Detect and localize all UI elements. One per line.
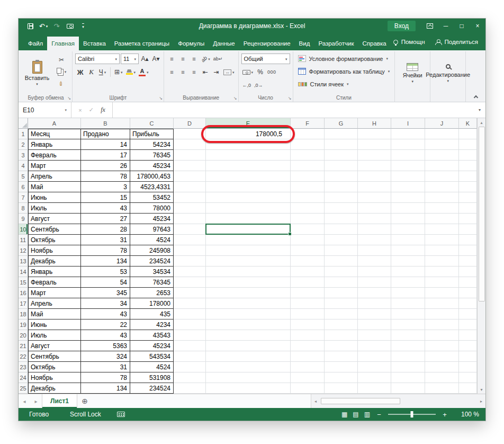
tab-review[interactable]: Рецензирование (239, 37, 295, 50)
row-header-6[interactable]: 6 (19, 182, 28, 192)
cell-D7[interactable] (174, 192, 206, 203)
row-header-17[interactable]: 17 (19, 298, 28, 309)
cell-H18[interactable] (358, 309, 391, 319)
cell-I6[interactable] (391, 182, 425, 192)
cell-J25[interactable] (425, 383, 459, 394)
cell-G21[interactable] (325, 341, 358, 351)
decrease-font-size-button[interactable]: А▾ (151, 54, 161, 64)
insert-function-button[interactable]: fx (101, 106, 105, 114)
scroll-right-button[interactable]: ▸ (477, 394, 485, 408)
cell-A18[interactable]: Май (28, 309, 81, 319)
cell-E15[interactable] (206, 277, 291, 288)
cell-C3[interactable]: 76345 (130, 150, 174, 161)
cell-K9[interactable] (459, 214, 477, 224)
cell-G23[interactable] (325, 362, 358, 372)
cell-F9[interactable] (291, 214, 325, 224)
tab-view[interactable]: Вид (295, 37, 314, 50)
tab-formulas[interactable]: Формулы (174, 37, 209, 50)
cell-H7[interactable] (358, 192, 391, 203)
horizontal-scroll-track[interactable] (320, 394, 477, 408)
cell-F18[interactable] (291, 309, 325, 319)
qat-customize-button[interactable]: ▾ (77, 19, 89, 33)
cell-D14[interactable] (174, 267, 206, 277)
cell-I7[interactable] (391, 192, 425, 203)
share-button[interactable]: Поделиться (435, 39, 478, 45)
cell-H13[interactable] (358, 256, 391, 267)
cell-I13[interactable] (391, 256, 425, 267)
cell-G7[interactable] (325, 192, 358, 203)
cell-B10[interactable]: 28 (81, 224, 130, 235)
cell-B8[interactable]: 43 (81, 203, 130, 214)
cell-K3[interactable] (459, 150, 477, 161)
align-bottom-button[interactable]: ≡ (189, 54, 199, 64)
font-name-select[interactable]: Calibri▾ (75, 54, 120, 64)
cell-C1[interactable]: Прибыль (130, 129, 174, 139)
cell-A13[interactable]: Декабрь (28, 256, 81, 267)
cell-A8[interactable]: Июль (28, 203, 81, 214)
cell-F24[interactable] (291, 372, 325, 383)
font-color-button[interactable]: А▾ (138, 67, 150, 77)
cell-K14[interactable] (459, 267, 477, 277)
cell-C6[interactable]: 4523,4331 (130, 182, 174, 192)
cell-F19[interactable] (291, 319, 325, 330)
cell-H14[interactable] (358, 267, 391, 277)
cell-I15[interactable] (391, 277, 425, 288)
cell-I23[interactable] (391, 362, 425, 372)
cell-D24[interactable] (174, 372, 206, 383)
zoom-in-button[interactable]: + (441, 411, 448, 419)
cell-A21[interactable]: Август (28, 341, 81, 351)
cell-F13[interactable] (291, 256, 325, 267)
cells-button[interactable]: Ячейки ▾ (398, 53, 427, 93)
macro-record-button[interactable] (117, 412, 125, 417)
borders-button[interactable]: ⊞▾ (113, 67, 124, 77)
number-format-select[interactable]: Общий▾ (241, 54, 290, 64)
cell-J7[interactable] (425, 192, 459, 203)
cell-E12[interactable] (206, 245, 291, 256)
cell-E18[interactable] (206, 309, 291, 319)
cell-E14[interactable] (206, 267, 291, 277)
close-button[interactable]: × (470, 19, 485, 33)
cell-D21[interactable] (174, 341, 206, 351)
cell-I1[interactable] (391, 129, 425, 139)
align-center-button[interactable]: ≡ (178, 67, 188, 77)
cell-G2[interactable] (325, 139, 358, 150)
cell-G16[interactable] (325, 288, 358, 298)
cell-F25[interactable] (291, 383, 325, 394)
column-header-C[interactable]: C (130, 118, 174, 129)
cell-G9[interactable] (325, 214, 358, 224)
cell-F10[interactable] (291, 224, 325, 235)
cell-B20[interactable]: 43 (81, 330, 130, 341)
row-header-18[interactable]: 18 (19, 309, 28, 319)
cell-H8[interactable] (358, 203, 391, 214)
cell-E9[interactable] (206, 214, 291, 224)
cell-J23[interactable] (425, 362, 459, 372)
cell-H24[interactable] (358, 372, 391, 383)
cell-G3[interactable] (325, 150, 358, 161)
cell-D15[interactable] (174, 277, 206, 288)
minimize-button[interactable]: ─ (438, 19, 454, 33)
cell-E23[interactable] (206, 362, 291, 372)
cell-A24[interactable]: Ноябрь (28, 372, 81, 383)
cell-K1[interactable] (459, 129, 477, 139)
cell-A2[interactable]: Январь (28, 139, 81, 150)
cell-I8[interactable] (391, 203, 425, 214)
view-normal-button[interactable]: ▦ (341, 411, 347, 418)
cell-E25[interactable] (206, 383, 291, 394)
cell-K15[interactable] (459, 277, 477, 288)
cell-H5[interactable] (358, 171, 391, 182)
cell-K24[interactable] (459, 372, 477, 383)
clipboard-dialog-launcher[interactable]: ↘ (67, 96, 71, 101)
cell-H11[interactable] (358, 235, 391, 245)
cell-G20[interactable] (325, 330, 358, 341)
cell-K23[interactable] (459, 362, 477, 372)
cell-E1[interactable]: 178000,5 (206, 129, 291, 139)
cell-D22[interactable] (174, 351, 206, 362)
cell-F3[interactable] (291, 150, 325, 161)
cell-D19[interactable] (174, 319, 206, 330)
cell-H3[interactable] (358, 150, 391, 161)
cell-E4[interactable] (206, 161, 291, 171)
cell-B22[interactable]: 324 (81, 351, 130, 362)
row-header-5[interactable]: 5 (19, 171, 28, 182)
cell-K20[interactable] (459, 330, 477, 341)
cell-B3[interactable]: 17 (81, 150, 130, 161)
